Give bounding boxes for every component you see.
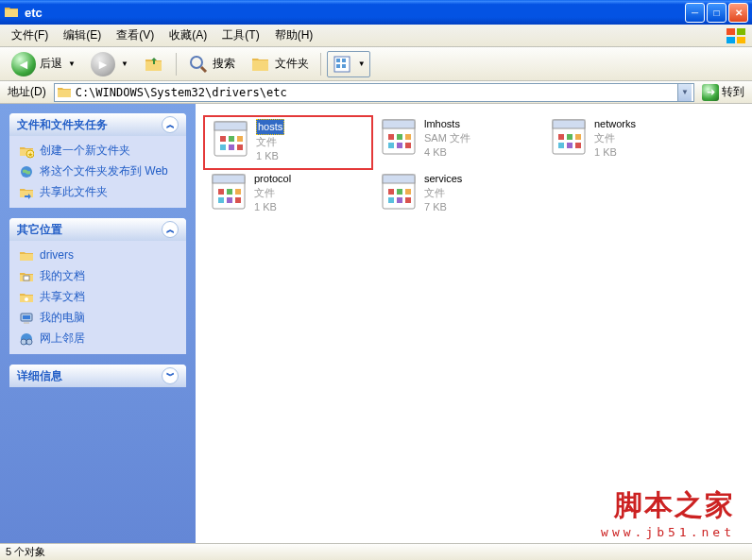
svg-text:★: ★	[27, 151, 33, 158]
svg-rect-6	[336, 59, 340, 62]
address-input[interactable]	[76, 86, 674, 99]
file-icon	[211, 119, 250, 159]
svg-rect-46	[213, 175, 245, 183]
details-panel: 详细信息 ︾	[9, 365, 186, 387]
svg-rect-35	[397, 143, 402, 148]
menu-file[interactable]: 文件(F)	[4, 25, 56, 46]
place-item[interactable]: drivers	[19, 248, 177, 263]
window-title: etc	[25, 6, 685, 20]
body: 文件和文件夹任务 ︽ ★创建一个新文件夹将这个文件夹发布到 Web共享此文件夹 …	[0, 104, 752, 543]
menu-favorites[interactable]: 收藏(A)	[162, 25, 214, 46]
svg-rect-42	[558, 143, 564, 148]
svg-rect-25	[237, 136, 243, 142]
file-item[interactable]: services文件7 KB	[373, 170, 543, 225]
file-item[interactable]: protocol文件1 KB	[203, 170, 373, 225]
forward-button[interactable]: ► ▼	[85, 50, 134, 78]
task-item[interactable]: 共享此文件夹	[19, 185, 177, 200]
place-item[interactable]: 我的文档	[19, 269, 177, 284]
task-item[interactable]: ★创建一个新文件夹	[19, 144, 177, 159]
svg-point-14	[25, 297, 28, 301]
go-button[interactable]: ➜ 转到	[698, 84, 748, 101]
place-item[interactable]: 我的电脑	[19, 311, 177, 326]
place-item[interactable]: 共享文档	[19, 290, 177, 305]
chevron-down-icon: ▼	[358, 59, 366, 68]
up-button[interactable]	[138, 52, 170, 76]
place-label: 我的电脑	[40, 311, 85, 326]
status-text: 5 个对象	[6, 545, 45, 559]
share-icon	[19, 185, 34, 200]
menu-edit[interactable]: 编辑(E)	[56, 25, 109, 46]
file-item[interactable]: lmhostsSAM 文件4 KB	[373, 115, 543, 170]
details-panel-header[interactable]: 详细信息 ︾	[9, 365, 186, 387]
svg-rect-13	[24, 276, 29, 280]
task-label: 创建一个新文件夹	[40, 144, 130, 159]
close-button[interactable]: ✕	[728, 3, 748, 23]
toolbar-separator	[176, 53, 177, 76]
folders-button[interactable]: 文件夹	[245, 52, 315, 76]
search-button[interactable]: 搜索	[182, 52, 241, 76]
new-folder-icon: ★	[19, 144, 34, 159]
svg-rect-40	[567, 134, 573, 140]
svg-rect-36	[405, 143, 411, 148]
file-icon	[209, 172, 248, 212]
content-pane[interactable]: hosts文件1 KBlmhostsSAM 文件4 KBnetworks文件1 …	[196, 104, 752, 543]
documents-icon	[19, 269, 34, 284]
chevron-down-icon: ▼	[121, 59, 128, 68]
file-text: protocol文件1 KB	[254, 172, 291, 214]
menu-help[interactable]: 帮助(H)	[267, 25, 321, 46]
svg-rect-0	[726, 28, 735, 35]
file-item[interactable]: hosts文件1 KB	[203, 115, 373, 170]
search-label: 搜索	[213, 56, 235, 72]
places-panel-title: 其它位置	[17, 222, 62, 238]
file-text: networks文件1 KB	[594, 117, 636, 160]
back-button[interactable]: ◄ 后退 ▼	[6, 50, 81, 78]
svg-rect-27	[229, 144, 234, 150]
views-button[interactable]: ▼	[327, 51, 370, 77]
svg-rect-34	[388, 143, 394, 148]
file-item[interactable]: networks文件1 KB	[543, 115, 713, 170]
titlebar: etc ─ □ ✕	[0, 0, 752, 25]
places-panel-header[interactable]: 其它位置 ︽	[9, 218, 186, 241]
address-label: 地址(D)	[4, 84, 50, 100]
file-text: services文件7 KB	[424, 172, 462, 214]
details-panel-title: 详细信息	[17, 368, 62, 384]
menu-tools[interactable]: 工具(T)	[214, 25, 266, 46]
menu-view[interactable]: 查看(V)	[109, 25, 162, 46]
collapse-icon: ︽	[162, 221, 179, 238]
back-label: 后退	[40, 56, 62, 72]
status-bar: 5 个对象	[0, 543, 752, 560]
place-label: drivers	[40, 248, 74, 263]
file-icon	[379, 117, 419, 157]
file-size: 4 KB	[424, 145, 470, 160]
minimize-button[interactable]: ─	[685, 3, 705, 23]
svg-rect-7	[342, 59, 346, 62]
svg-rect-17	[24, 322, 29, 324]
task-item[interactable]: 将这个文件夹发布到 Web	[19, 164, 177, 179]
place-item[interactable]: 网上邻居	[19, 331, 177, 347]
maximize-button[interactable]: □	[707, 3, 726, 23]
task-label: 共享此文件夹	[40, 185, 108, 200]
svg-point-20	[26, 339, 32, 345]
file-text: lmhostsSAM 文件4 KB	[424, 117, 470, 160]
svg-rect-26	[220, 144, 226, 150]
tasks-panel-title: 文件和文件夹任务	[17, 117, 108, 133]
file-name: protocol	[254, 172, 291, 186]
svg-rect-2	[726, 37, 735, 43]
svg-rect-55	[388, 189, 394, 195]
file-type: 文件	[254, 186, 291, 200]
svg-rect-28	[237, 144, 243, 150]
svg-rect-9	[342, 64, 346, 68]
svg-rect-49	[235, 189, 241, 195]
tasks-panel-header[interactable]: 文件和文件夹任务 ︽	[9, 113, 186, 136]
address-dropdown[interactable]: ▼	[677, 84, 692, 101]
forward-icon: ►	[91, 52, 115, 76]
svg-rect-31	[388, 134, 394, 140]
address-box[interactable]: ▼	[54, 83, 694, 102]
place-label: 共享文档	[40, 290, 85, 305]
svg-rect-23	[220, 136, 226, 142]
place-label: 我的文档	[40, 269, 85, 284]
svg-rect-47	[218, 189, 224, 195]
svg-rect-50	[218, 197, 224, 203]
folder-icon	[19, 248, 34, 263]
svg-rect-52	[235, 197, 241, 203]
